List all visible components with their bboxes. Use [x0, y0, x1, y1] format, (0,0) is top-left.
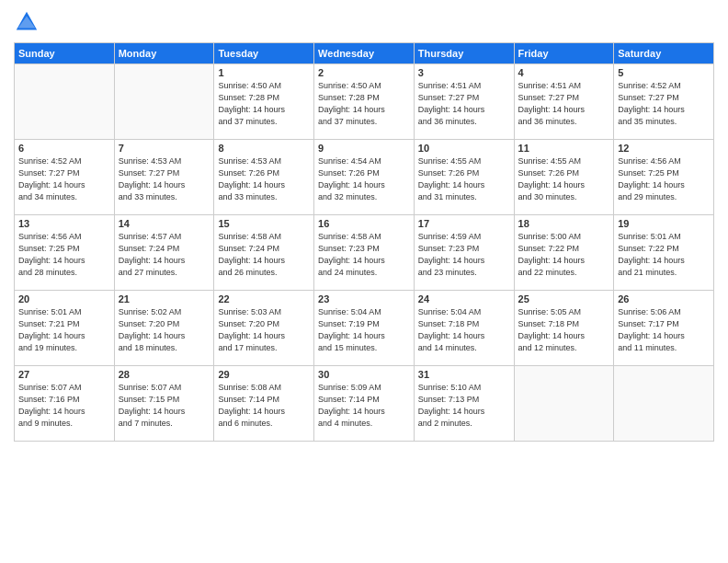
- calendar-cell: [15, 64, 115, 140]
- day-number: 3: [418, 67, 510, 78]
- day-number: 21: [119, 293, 210, 304]
- day-number: 19: [618, 218, 710, 229]
- week-row-5: 27Sunrise: 5:07 AM Sunset: 7:16 PM Dayli…: [15, 366, 714, 442]
- day-info: Sunrise: 4:50 AM Sunset: 7:28 PM Dayligh…: [218, 80, 310, 128]
- calendar-cell: 30Sunrise: 5:09 AM Sunset: 7:14 PM Dayli…: [314, 366, 415, 442]
- day-number: 7: [119, 143, 210, 154]
- calendar: SundayMondayTuesdayWednesdayThursdayFrid…: [14, 42, 714, 442]
- day-info: Sunrise: 5:07 AM Sunset: 7:15 PM Dayligh…: [119, 382, 210, 430]
- day-info: Sunrise: 5:01 AM Sunset: 7:22 PM Dayligh…: [618, 231, 710, 279]
- calendar-cell: 13Sunrise: 4:56 AM Sunset: 7:25 PM Dayli…: [15, 215, 115, 291]
- day-number: 14: [119, 218, 210, 229]
- day-info: Sunrise: 4:56 AM Sunset: 7:25 PM Dayligh…: [18, 231, 110, 279]
- day-number: 20: [18, 293, 110, 304]
- week-row-4: 20Sunrise: 5:01 AM Sunset: 7:21 PM Dayli…: [15, 291, 714, 366]
- weekday-header-sunday: Sunday: [15, 43, 115, 64]
- day-number: 5: [618, 67, 710, 78]
- day-info: Sunrise: 5:09 AM Sunset: 7:14 PM Dayligh…: [318, 382, 410, 430]
- weekday-header-row: SundayMondayTuesdayWednesdayThursdayFrid…: [15, 43, 714, 64]
- calendar-cell: 4Sunrise: 4:51 AM Sunset: 7:27 PM Daylig…: [514, 64, 614, 140]
- week-row-2: 6Sunrise: 4:52 AM Sunset: 7:27 PM Daylig…: [15, 140, 714, 215]
- header: [14, 9, 714, 35]
- day-info: Sunrise: 4:55 AM Sunset: 7:26 PM Dayligh…: [518, 155, 610, 203]
- calendar-cell: [614, 366, 714, 442]
- day-number: 12: [618, 143, 710, 154]
- day-number: 22: [218, 293, 310, 304]
- calendar-cell: 15Sunrise: 4:58 AM Sunset: 7:24 PM Dayli…: [214, 215, 314, 291]
- day-info: Sunrise: 4:58 AM Sunset: 7:24 PM Dayligh…: [218, 231, 310, 279]
- calendar-cell: 19Sunrise: 5:01 AM Sunset: 7:22 PM Dayli…: [614, 215, 714, 291]
- day-info: Sunrise: 4:51 AM Sunset: 7:27 PM Dayligh…: [518, 80, 610, 128]
- calendar-cell: 21Sunrise: 5:02 AM Sunset: 7:20 PM Dayli…: [114, 291, 214, 366]
- calendar-cell: 24Sunrise: 5:04 AM Sunset: 7:18 PM Dayli…: [414, 291, 514, 366]
- calendar-cell: 16Sunrise: 4:58 AM Sunset: 7:23 PM Dayli…: [314, 215, 415, 291]
- calendar-cell: 26Sunrise: 5:06 AM Sunset: 7:17 PM Dayli…: [614, 291, 714, 366]
- day-number: 13: [18, 218, 110, 229]
- day-info: Sunrise: 4:52 AM Sunset: 7:27 PM Dayligh…: [618, 80, 710, 128]
- day-number: 11: [518, 143, 610, 154]
- day-info: Sunrise: 4:58 AM Sunset: 7:23 PM Dayligh…: [318, 231, 410, 279]
- calendar-cell: 3Sunrise: 4:51 AM Sunset: 7:27 PM Daylig…: [414, 64, 514, 140]
- day-number: 24: [418, 293, 510, 304]
- day-info: Sunrise: 4:52 AM Sunset: 7:27 PM Dayligh…: [18, 155, 110, 203]
- calendar-cell: 25Sunrise: 5:05 AM Sunset: 7:18 PM Dayli…: [514, 291, 614, 366]
- day-info: Sunrise: 4:55 AM Sunset: 7:26 PM Dayligh…: [418, 155, 510, 203]
- day-number: 26: [618, 293, 710, 304]
- day-number: 17: [418, 218, 510, 229]
- day-info: Sunrise: 5:06 AM Sunset: 7:17 PM Dayligh…: [618, 306, 710, 354]
- day-info: Sunrise: 5:07 AM Sunset: 7:16 PM Dayligh…: [18, 382, 110, 430]
- calendar-cell: 12Sunrise: 4:56 AM Sunset: 7:25 PM Dayli…: [614, 140, 714, 215]
- calendar-cell: 6Sunrise: 4:52 AM Sunset: 7:27 PM Daylig…: [15, 140, 115, 215]
- day-number: 30: [318, 369, 410, 380]
- calendar-cell: 14Sunrise: 4:57 AM Sunset: 7:24 PM Dayli…: [114, 215, 214, 291]
- calendar-cell: 10Sunrise: 4:55 AM Sunset: 7:26 PM Dayli…: [414, 140, 514, 215]
- page: SundayMondayTuesdayWednesdayThursdayFrid…: [0, 0, 728, 563]
- day-number: 28: [119, 369, 210, 380]
- day-number: 1: [218, 67, 310, 78]
- day-number: 31: [418, 369, 510, 380]
- day-info: Sunrise: 5:05 AM Sunset: 7:18 PM Dayligh…: [518, 306, 610, 354]
- calendar-cell: 28Sunrise: 5:07 AM Sunset: 7:15 PM Dayli…: [114, 366, 214, 442]
- weekday-header-tuesday: Tuesday: [214, 43, 314, 64]
- calendar-cell: 17Sunrise: 4:59 AM Sunset: 7:23 PM Dayli…: [414, 215, 514, 291]
- calendar-cell: 2Sunrise: 4:50 AM Sunset: 7:28 PM Daylig…: [314, 64, 415, 140]
- weekday-header-thursday: Thursday: [414, 43, 514, 64]
- calendar-cell: 22Sunrise: 5:03 AM Sunset: 7:20 PM Dayli…: [214, 291, 314, 366]
- calendar-cell: 27Sunrise: 5:07 AM Sunset: 7:16 PM Dayli…: [15, 366, 115, 442]
- weekday-header-monday: Monday: [114, 43, 214, 64]
- day-info: Sunrise: 4:50 AM Sunset: 7:28 PM Dayligh…: [318, 80, 410, 128]
- day-info: Sunrise: 4:54 AM Sunset: 7:26 PM Dayligh…: [318, 155, 410, 203]
- calendar-cell: 31Sunrise: 5:10 AM Sunset: 7:13 PM Dayli…: [414, 366, 514, 442]
- day-number: 2: [318, 67, 410, 78]
- day-number: 27: [18, 369, 110, 380]
- day-info: Sunrise: 4:53 AM Sunset: 7:27 PM Dayligh…: [119, 155, 210, 203]
- day-number: 4: [518, 67, 610, 78]
- day-number: 25: [518, 293, 610, 304]
- day-info: Sunrise: 4:56 AM Sunset: 7:25 PM Dayligh…: [618, 155, 710, 203]
- day-info: Sunrise: 4:53 AM Sunset: 7:26 PM Dayligh…: [218, 155, 310, 203]
- day-number: 8: [218, 143, 310, 154]
- day-info: Sunrise: 4:59 AM Sunset: 7:23 PM Dayligh…: [418, 231, 510, 279]
- day-number: 15: [218, 218, 310, 229]
- calendar-cell: [114, 64, 214, 140]
- day-info: Sunrise: 4:57 AM Sunset: 7:24 PM Dayligh…: [119, 231, 210, 279]
- day-info: Sunrise: 5:04 AM Sunset: 7:18 PM Dayligh…: [418, 306, 510, 354]
- day-number: 10: [418, 143, 510, 154]
- calendar-cell: 23Sunrise: 5:04 AM Sunset: 7:19 PM Dayli…: [314, 291, 415, 366]
- day-info: Sunrise: 5:08 AM Sunset: 7:14 PM Dayligh…: [218, 382, 310, 430]
- weekday-header-wednesday: Wednesday: [314, 43, 415, 64]
- day-info: Sunrise: 5:01 AM Sunset: 7:21 PM Dayligh…: [18, 306, 110, 354]
- calendar-cell: 20Sunrise: 5:01 AM Sunset: 7:21 PM Dayli…: [15, 291, 115, 366]
- logo: [14, 9, 43, 35]
- day-info: Sunrise: 4:51 AM Sunset: 7:27 PM Dayligh…: [418, 80, 510, 128]
- calendar-cell: 18Sunrise: 5:00 AM Sunset: 7:22 PM Dayli…: [514, 215, 614, 291]
- logo-icon: [14, 9, 40, 35]
- weekday-header-saturday: Saturday: [614, 43, 714, 64]
- svg-marker-1: [18, 16, 36, 28]
- day-info: Sunrise: 5:10 AM Sunset: 7:13 PM Dayligh…: [418, 382, 510, 430]
- day-number: 16: [318, 218, 410, 229]
- calendar-cell: 8Sunrise: 4:53 AM Sunset: 7:26 PM Daylig…: [214, 140, 314, 215]
- calendar-cell: 11Sunrise: 4:55 AM Sunset: 7:26 PM Dayli…: [514, 140, 614, 215]
- calendar-cell: 7Sunrise: 4:53 AM Sunset: 7:27 PM Daylig…: [114, 140, 214, 215]
- day-number: 18: [518, 218, 610, 229]
